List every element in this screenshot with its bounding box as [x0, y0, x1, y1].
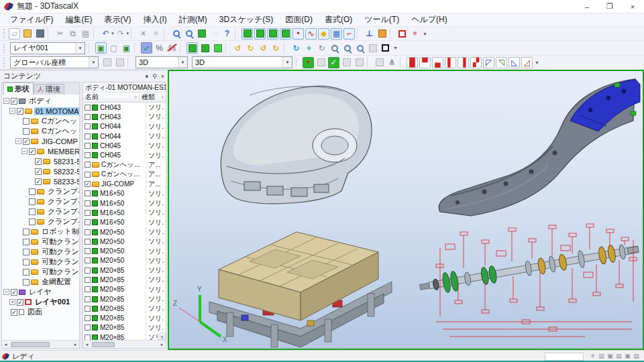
view-iso1-icon[interactable]: ◸ — [483, 57, 494, 68]
scroll-right-icon[interactable]: ▸ — [158, 342, 166, 347]
minimize-button[interactable]: – — [576, 0, 598, 13]
list-row[interactable]: Cガンヘット SUB ...ア... — [83, 160, 166, 170]
visibility-checkbox[interactable] — [85, 219, 91, 225]
list-row[interactable]: M20×50ソリ. — [83, 246, 166, 255]
regen-icon[interactable]: ✳ — [150, 28, 162, 40]
redo-icon-dropdown[interactable]: ▾ — [127, 31, 129, 36]
rotate-up-icon[interactable]: ↺ — [232, 42, 244, 54]
dock-close-button[interactable]: × — [161, 73, 164, 80]
zoom-window-icon[interactable] — [341, 42, 353, 54]
menu-item-8[interactable]: ツール(T) — [358, 13, 405, 26]
cut-icon[interactable]: ✂ — [54, 28, 66, 40]
visibility-checkbox[interactable]: ✓ — [17, 299, 23, 306]
mouse-cover-model[interactable] — [221, 86, 372, 203]
visibility-checkbox[interactable] — [29, 219, 36, 225]
dock-menu-button[interactable]: ▾ — [146, 73, 149, 80]
window-layer-icon[interactable]: ▣ — [95, 42, 107, 54]
undo-icon[interactable]: ↶ — [100, 28, 111, 40]
paste-icon[interactable]: ▤ — [80, 28, 91, 40]
close-button[interactable]: × — [621, 0, 644, 13]
tree-item[interactable]: クランプ-02 — [2, 206, 79, 217]
list-row[interactable]: M20×85ソリ. — [83, 314, 166, 323]
view-back-icon[interactable]: ▀ — [419, 57, 431, 68]
move-body-icon[interactable] — [376, 28, 388, 40]
visibility-checkbox[interactable] — [85, 133, 91, 139]
capture-view-4-icon[interactable] — [280, 28, 291, 40]
visibility-checkbox[interactable]: ✓ — [23, 138, 30, 145]
prev-view-icon[interactable] — [367, 42, 378, 54]
select-curve-icon[interactable]: ∿ — [305, 28, 317, 40]
tree-item[interactable]: 可動クランプ-01 — [2, 237, 79, 247]
view-left-icon[interactable]: ▐ — [458, 57, 469, 68]
visibility-checkbox[interactable] — [23, 118, 30, 125]
view-iso4-icon[interactable]: ◿ — [521, 57, 533, 68]
visibility-checkbox[interactable] — [29, 188, 36, 195]
rotate-pointer-icon[interactable]: ↻ — [316, 42, 327, 54]
tree-item[interactable]: +✓レイヤ001 — [2, 297, 79, 307]
menu-item-6[interactable]: 図面(D) — [279, 13, 319, 26]
list-row[interactable]: M20×85ソリ. — [83, 275, 166, 284]
list-row[interactable]: CH044ソリ. — [83, 131, 166, 141]
snap-grid-icon[interactable]: ✓ — [141, 42, 152, 54]
expand-toggle-icon[interactable]: − — [15, 138, 21, 144]
shaft-drawing-model[interactable] — [419, 224, 640, 337]
chevron-down-icon[interactable]: ▾ — [282, 57, 292, 68]
tree-item[interactable]: −✓レイヤ — [2, 287, 79, 297]
list-row[interactable]: M20×85ソリ. — [83, 323, 166, 333]
viewport-3d[interactable]: Y Z X — [168, 70, 644, 350]
visibility-checkbox[interactable] — [29, 198, 36, 205]
robot-sim-icon[interactable]: • — [303, 57, 314, 68]
tab-environment[interactable]: 人環境 — [34, 84, 64, 95]
menu-item-2[interactable]: 表示(V) — [98, 13, 137, 26]
frame-select-icon[interactable] — [396, 28, 408, 40]
view-top-icon[interactable]: ▄ — [432, 57, 443, 68]
status-grid-icon[interactable]: ▣ — [624, 353, 631, 360]
robot-move-icon[interactable] — [341, 57, 352, 68]
flash-select-icon[interactable]: ✶ — [409, 28, 421, 40]
visibility-checkbox[interactable] — [85, 296, 91, 302]
view-pan-icon[interactable]: + — [303, 42, 315, 54]
list-row[interactable]: CH044ソリ. — [83, 122, 166, 131]
scroll-thumb[interactable] — [92, 342, 115, 347]
tree-item[interactable]: ✓58233-57L0 — [2, 176, 79, 186]
gray-cube-icon[interactable] — [374, 57, 385, 68]
tree-item[interactable]: ✓図面 — [2, 307, 79, 317]
expand-toggle-icon[interactable]: − — [3, 98, 9, 104]
menu-item-5[interactable]: 3Dスケッチ(S) — [213, 13, 279, 26]
visibility-checkbox[interactable] — [85, 306, 91, 312]
capture-view-2-icon[interactable] — [254, 28, 266, 40]
tree-item[interactable]: −✓ボディ — [2, 96, 79, 106]
jig-assembly-model[interactable] — [209, 232, 392, 347]
list-row[interactable]: M20×50ソリ. — [83, 227, 166, 237]
visibility-checkbox[interactable] — [85, 277, 91, 283]
visibility-checkbox[interactable]: ✓ — [11, 289, 17, 296]
visibility-checkbox[interactable]: ✓ — [85, 181, 91, 187]
chevron-down-icon[interactable]: ▾ — [178, 57, 187, 68]
expand-toggle-icon[interactable]: − — [3, 289, 9, 295]
tree-item[interactable]: 可動クランプ-01 — [2, 267, 79, 277]
assembly-tree-icon[interactable]: ⋔ — [386, 57, 398, 68]
status-layer-icon[interactable]: ▤ — [615, 353, 623, 360]
select-point-icon[interactable]: • — [292, 28, 304, 40]
menu-item-0[interactable]: ファイル(F) — [4, 13, 59, 26]
copy-icon[interactable]: ⧉ — [67, 28, 78, 40]
coord-combo[interactable]: グローバル座標▾ — [10, 56, 99, 68]
scroll-thumb[interactable] — [11, 342, 50, 347]
visibility-checkbox[interactable] — [85, 239, 91, 245]
menu-item-4[interactable]: 計測(M) — [173, 13, 213, 26]
lasso-tool-icon[interactable] — [114, 57, 125, 68]
visibility-checkbox[interactable] — [23, 239, 30, 245]
visibility-checkbox[interactable]: ✓ — [17, 108, 23, 115]
list-row[interactable]: M20×50ソリ. — [83, 237, 166, 246]
tree-item[interactable]: 可動クランプ-01 — [2, 247, 79, 257]
maximize-button[interactable]: ❐ — [598, 0, 621, 13]
new-file-icon[interactable]: ▱ — [9, 28, 20, 40]
toolbar2-overflow-button[interactable]: ▾ — [392, 45, 399, 51]
scroll-down-icon[interactable]: ∨ — [158, 333, 166, 340]
view-right-icon[interactable]: ▞ — [470, 57, 482, 68]
sheet-edit-icon[interactable]: ▱ — [209, 28, 220, 40]
menu-item-9[interactable]: ヘルプ(H) — [405, 13, 453, 26]
tree-item[interactable]: クランプ-02 — [2, 217, 79, 227]
column-header-name[interactable]: 名前^ — [83, 93, 140, 102]
visibility-checkbox[interactable] — [23, 249, 30, 255]
